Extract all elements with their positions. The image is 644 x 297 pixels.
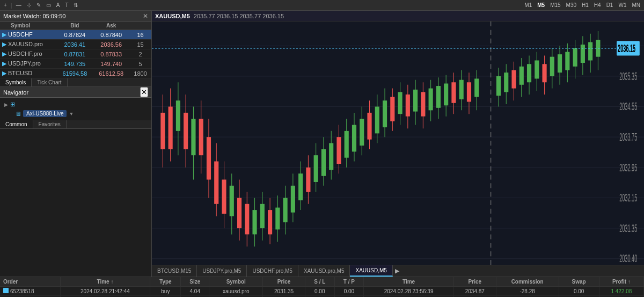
svg-rect-32 [214, 161, 218, 204]
history-table-wrapper[interactable]: Order Time ↑ Type Size Symbol Price S / … [0, 277, 644, 297]
svg-rect-117 [550, 57, 554, 76]
mw-spread: 2 [129, 49, 151, 59]
svg-rect-105 [504, 73, 508, 92]
svg-rect-58 [314, 155, 318, 182]
mw-bid: 2036.41 [56, 40, 93, 49]
chart-svg: 2036.15 2035.35 2034.55 2033.75 2032.95 … [152, 21, 644, 265]
chart-canvas[interactable]: 2036.15 2035.35 2034.55 2033.75 2032.95 … [152, 21, 644, 265]
svg-rect-125 [581, 45, 585, 63]
chart-tab-xauusd[interactable]: XAUUSD,M5 [350, 265, 392, 277]
market-watch-row[interactable]: ▶USDCHF.pro 0.87831 0.87833 2 [0, 49, 151, 59]
tf-mn[interactable]: MN [630, 2, 642, 8]
mw-bid: 61594.58 [56, 69, 93, 78]
mw-tab-symbols[interactable]: Symbols [0, 78, 32, 86]
chart-tab-usdchf[interactable]: USDCHF.pro,M5 [247, 265, 298, 277]
left-panel: Market Watch: 05:09:50 ✕ Symbol Bid Ask … [0, 11, 152, 277]
market-watch-row[interactable]: ▶BTCUSD 61594.58 61612.58 1800 [0, 69, 151, 78]
nav-tab-common[interactable]: Common [0, 120, 33, 128]
row-commission: -28.28 [496, 287, 559, 296]
navigator-header: Navigator ✕ [0, 87, 151, 98]
toolbar-plus[interactable]: + [2, 2, 9, 8]
row-profit: 1 422.08 [599, 287, 643, 296]
mw-spread: 16 [129, 30, 151, 40]
tf-h1[interactable]: H1 [580, 2, 590, 8]
market-watch-row[interactable]: ▶USDCHF 0.87824 0.87840 16 [0, 30, 151, 40]
mw-symbol: ▶USDCHF.pro [0, 49, 56, 59]
mw-tab-tick[interactable]: Tick Chart [32, 78, 67, 86]
svg-rect-46 [268, 210, 272, 234]
mw-ask: 149.740 [93, 59, 129, 69]
toolbar-line[interactable]: — [14, 2, 23, 8]
toolbar-rect[interactable]: ▭ [45, 2, 53, 8]
svg-rect-89 [429, 89, 433, 111]
mw-col-spread [129, 21, 151, 30]
svg-rect-127 [588, 42, 592, 61]
svg-rect-36 [230, 186, 234, 216]
market-watch-row[interactable]: ▶XAUUSD.pro 2036.41 2036.56 15 [0, 40, 151, 49]
toolbar-cursor[interactable]: ⊹ [25, 2, 33, 8]
navigator-close[interactable]: ✕ [140, 87, 148, 97]
tf-m30[interactable]: M30 [565, 2, 578, 8]
svg-rect-62 [329, 143, 333, 170]
market-watch-table: Symbol Bid Ask ▶USDCHF 0.87824 0.87840 1… [0, 21, 151, 78]
mw-symbol: ▶USDCHF [0, 30, 56, 40]
chart-tab-xauusdpro[interactable]: XAUUSD.pro,M5 [298, 265, 350, 277]
svg-rect-66 [345, 131, 349, 158]
mw-spread: 5 [129, 59, 151, 69]
mw-ask: 61612.58 [93, 69, 129, 78]
nav-account-item[interactable]: 🖥 Axi-US888-Live ▼ [2, 109, 149, 118]
th-commission: Commission [496, 277, 559, 287]
svg-rect-97 [459, 80, 464, 99]
svg-rect-38 [237, 198, 241, 228]
toolbar-text[interactable]: A [55, 2, 62, 8]
tf-m1[interactable]: M1 [523, 2, 533, 8]
row-close-price: 2034.87 [453, 287, 496, 296]
history-row[interactable]: 65238518 2024.02.28 21:42:44 buy 4.04 xa… [0, 287, 644, 296]
mw-symbol: ▶XAUUSD.pro [0, 40, 56, 49]
th-open-time: Time ↑ [60, 277, 150, 287]
tf-w1[interactable]: W1 [617, 2, 628, 8]
toolbar-arrows[interactable]: ⇅ [72, 2, 79, 8]
nav-dropdown-icon[interactable]: ▼ [69, 111, 74, 117]
market-watch-close[interactable]: ✕ [143, 12, 148, 20]
svg-text:2036.15: 2036.15 [618, 42, 635, 54]
tf-m5[interactable]: M5 [536, 2, 546, 8]
nav-account-badge: Axi-US888-Live [23, 110, 67, 117]
svg-rect-60 [321, 149, 326, 176]
nav-tree-icon: ⊞ [10, 101, 15, 108]
svg-text:2030.40: 2030.40 [619, 252, 637, 264]
svg-rect-85 [413, 90, 418, 112]
svg-rect-93 [444, 84, 448, 106]
mw-spread: 1800 [129, 69, 151, 78]
navigator-title: Navigator [3, 89, 28, 96]
svg-rect-107 [511, 70, 516, 89]
svg-rect-99 [467, 82, 471, 102]
chart-header: XAUUSD,M5 2035.77 2036.15 2035.77 2036.1… [152, 11, 644, 21]
tf-d1[interactable]: D1 [605, 2, 615, 8]
main-area: Market Watch: 05:09:50 ✕ Symbol Bid Ask … [0, 11, 644, 277]
tf-m15[interactable]: M15 [548, 2, 562, 8]
svg-rect-52 [291, 186, 295, 213]
svg-rect-123 [573, 48, 577, 67]
nav-expand-icon[interactable]: ▶ [4, 102, 8, 107]
toolbar-tfont[interactable]: T [63, 2, 70, 8]
chart-symbol: XAUUSD,M5 [155, 13, 190, 19]
row-type: buy [150, 287, 181, 296]
mw-ask: 2036.56 [93, 40, 129, 49]
mw-symbol: ▶USDJPY.pro [0, 59, 56, 69]
chart-tab-btcusd[interactable]: BTCUSD,M15 [152, 265, 197, 277]
svg-rect-72 [367, 113, 371, 140]
chart-tab-scroll-right[interactable]: ▶ [393, 267, 401, 274]
svg-rect-119 [558, 54, 562, 73]
nav-tab-favorites[interactable]: Favorites [33, 120, 67, 128]
tf-h4[interactable]: H4 [592, 2, 603, 8]
row-symbol: xauusd.pro [209, 287, 263, 296]
toolbar-pencil[interactable]: ✎ [35, 2, 42, 8]
chart-tab-usdjpy[interactable]: USDJPY.pro,M5 [197, 265, 247, 277]
th-tp: T / P [334, 277, 364, 287]
th-swap: Swap [559, 277, 599, 287]
svg-rect-83 [406, 95, 410, 117]
mw-col-ask: Ask [93, 21, 129, 30]
row-sl: 0.00 [305, 287, 334, 296]
market-watch-row[interactable]: ▶USDJPY.pro 149.735 149.740 5 [0, 59, 151, 69]
